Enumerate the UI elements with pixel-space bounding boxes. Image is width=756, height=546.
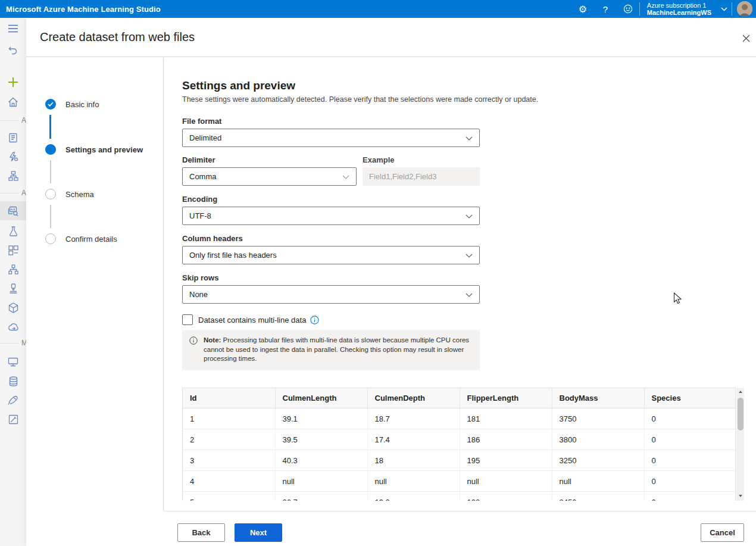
- table-row: 1 39.1 18.7 181 3750 0: [183, 408, 736, 429]
- skip-rows-value: None: [189, 290, 208, 299]
- table-row: 3 40.3 18 195 3250 0: [183, 450, 736, 471]
- step-pending-circle-icon: [45, 189, 56, 199]
- feedback-smiley-icon[interactable]: [617, 0, 639, 18]
- step-basic-info[interactable]: Basic info: [45, 99, 99, 110]
- menu-icon[interactable]: [0, 19, 26, 38]
- file-format-label: File format: [182, 117, 744, 126]
- home-icon[interactable]: [0, 92, 26, 111]
- compute-icon[interactable]: [0, 352, 26, 372]
- scroll-up-icon[interactable]: [736, 388, 744, 397]
- left-nav-rail: A A: [0, 18, 26, 546]
- table-cell: 3250: [552, 450, 644, 471]
- column-headers-select[interactable]: Only first file has headers: [182, 246, 480, 264]
- rail-section-label-manage: M: [21, 339, 26, 347]
- column-header[interactable]: Species: [644, 388, 736, 408]
- notebooks-icon[interactable]: [0, 128, 26, 147]
- chevron-down-icon[interactable]: [716, 7, 732, 11]
- table-cell: 3800: [552, 429, 644, 450]
- add-new-icon[interactable]: [0, 73, 26, 92]
- file-format-select[interactable]: Delimited: [182, 129, 480, 147]
- user-avatar[interactable]: [737, 1, 752, 17]
- table-cell: 0: [644, 492, 736, 501]
- help-icon[interactable]: ?: [594, 0, 617, 18]
- encoding-select[interactable]: UTF-8: [182, 207, 480, 225]
- cancel-button[interactable]: Cancel: [701, 523, 744, 542]
- column-header[interactable]: BodyMass: [552, 388, 644, 408]
- environments-icon[interactable]: [0, 298, 26, 317]
- create-dataset-dialog: Create dataset from web files Basic info…: [26, 18, 756, 546]
- page-subtitle: These settings were automatically detect…: [182, 95, 744, 104]
- chevron-down-icon: [466, 293, 473, 297]
- topbar-divider: [732, 2, 732, 15]
- pipelines-icon[interactable]: [0, 241, 26, 260]
- column-header[interactable]: Id: [183, 388, 275, 408]
- delimiter-select[interactable]: Comma: [182, 167, 357, 186]
- datastores-icon[interactable]: [0, 372, 26, 391]
- multiline-note: Note: Processing tabular files with mult…: [182, 330, 480, 370]
- data-labeling-icon[interactable]: [0, 391, 26, 410]
- step-pending-circle-icon: [45, 233, 56, 244]
- note-info-icon: [189, 336, 198, 345]
- chevron-down-icon: [466, 214, 473, 219]
- column-header[interactable]: FlipperLength: [460, 388, 552, 408]
- step-settings-preview[interactable]: Settings and preview: [45, 144, 143, 155]
- table-cell: 195: [460, 450, 552, 471]
- step-schema[interactable]: Schema: [45, 189, 94, 199]
- endpoints-icon[interactable]: [0, 279, 26, 298]
- column-header[interactable]: CulmenDepth: [367, 388, 460, 408]
- settings-gear-icon[interactable]: ⚙: [571, 0, 594, 18]
- dialog-title: Create dataset from web files: [26, 30, 195, 44]
- datasets-icon[interactable]: [0, 201, 26, 220]
- scroll-down-icon[interactable]: [736, 492, 744, 501]
- note-body: Processing tabular files with multi-line…: [204, 336, 469, 362]
- scrollbar-thumb[interactable]: [738, 398, 743, 430]
- workspace-name: MachineLearningWS: [647, 9, 711, 16]
- rail-section-divider: [0, 343, 18, 344]
- example-label: Example: [363, 155, 480, 164]
- chevron-down-icon: [342, 175, 349, 179]
- delimiter-value: Comma: [189, 172, 217, 181]
- step-completed-check-icon: [45, 99, 56, 110]
- deployments-icon[interactable]: [0, 317, 26, 336]
- column-headers-value: Only first file has headers: [189, 251, 277, 260]
- page-title: Settings and preview: [182, 79, 744, 92]
- models-icon[interactable]: [0, 260, 26, 279]
- settings-form: Settings and preview These settings were…: [182, 58, 744, 501]
- table-header-row: Id CulmenLength CulmenDepth FlipperLengt…: [183, 388, 736, 408]
- step-label: Confirm details: [65, 235, 117, 244]
- example-value: Field1,Field2,Field3: [369, 172, 436, 181]
- column-header[interactable]: CulmenLength: [275, 388, 367, 408]
- table-cell: null: [367, 471, 460, 492]
- close-icon[interactable]: [741, 33, 751, 43]
- chevron-down-icon: [466, 136, 473, 141]
- delimiter-label: Delimiter: [182, 155, 357, 164]
- table-row: 5 36.7 19.3 193 3450 0: [183, 492, 736, 501]
- skip-rows-select[interactable]: None: [182, 285, 480, 304]
- linked-services-icon[interactable]: [0, 410, 26, 429]
- step-confirm-details[interactable]: Confirm details: [45, 233, 117, 244]
- table-cell: 0: [644, 408, 736, 429]
- table-cell: 36.7: [275, 492, 367, 501]
- table-cell: null: [460, 471, 552, 492]
- table-cell: 39.5: [275, 429, 367, 450]
- multiline-data-checkbox[interactable]: [182, 314, 193, 325]
- app-title: Microsoft Azure Machine Learning Studio: [0, 5, 161, 14]
- designer-icon[interactable]: [0, 166, 26, 185]
- table-cell: 3750: [552, 408, 644, 429]
- table-row: 4 null null null null 0: [183, 471, 736, 492]
- data-preview-table: Id CulmenLength CulmenDepth FlipperLengt…: [183, 388, 736, 501]
- table-cell: null: [552, 471, 644, 492]
- step-connector: [49, 115, 51, 139]
- step-label: Schema: [65, 190, 94, 199]
- table-row: 2 39.5 17.4 186 3800 0: [183, 429, 736, 450]
- experiments-icon[interactable]: [0, 221, 26, 241]
- table-scrollbar[interactable]: [736, 388, 744, 501]
- next-button[interactable]: Next: [235, 523, 282, 542]
- table-cell: 17.4: [367, 429, 460, 450]
- workspace-selector[interactable]: Azure subscription 1 MachineLearningWS: [640, 2, 716, 16]
- chevron-down-icon: [466, 254, 473, 258]
- info-icon[interactable]: [310, 316, 319, 325]
- back-button[interactable]: Back: [177, 523, 225, 542]
- back-icon[interactable]: [0, 40, 26, 60]
- automated-ml-icon[interactable]: [0, 147, 26, 166]
